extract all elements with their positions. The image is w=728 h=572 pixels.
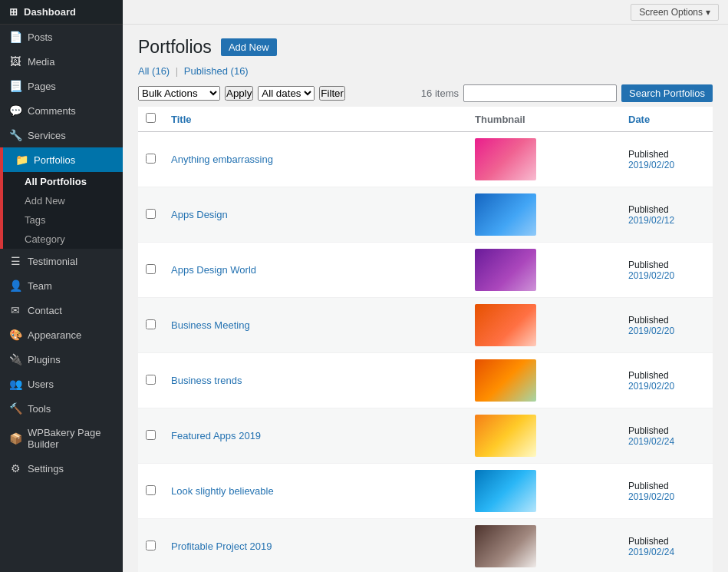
row-title-cell: Business trends xyxy=(163,353,467,408)
appearance-icon: 🎨 xyxy=(9,329,21,341)
comments-icon: 💬 xyxy=(9,104,21,117)
col-header-thumbnail: Thumbnail xyxy=(467,107,621,132)
post-status: Published xyxy=(628,260,705,270)
row-date-cell: Published 2019/02/24 xyxy=(621,408,713,464)
plugins-icon: 🔌 xyxy=(9,353,21,365)
sidebar-item-tools[interactable]: 🔨 Tools xyxy=(0,396,123,421)
post-status: Published xyxy=(628,536,705,547)
post-title-link[interactable]: Business Meeting xyxy=(171,319,250,331)
post-date[interactable]: 2019/02/24 xyxy=(628,547,674,557)
sidebar-subitem-add-new[interactable]: Add New xyxy=(3,191,123,210)
apply-button[interactable]: Apply xyxy=(225,86,253,101)
filter-all-link[interactable]: All (16) xyxy=(138,65,173,77)
sidebar-item-users[interactable]: 👥 Users xyxy=(0,372,123,396)
sidebar-subitem-tags[interactable]: Tags xyxy=(3,210,123,230)
post-date[interactable]: 2019/02/24 xyxy=(628,436,674,447)
row-thumbnail-cell xyxy=(467,519,621,573)
post-title-link[interactable]: Profitable Project 2019 xyxy=(171,541,272,552)
row-date-cell: Published 2019/02/20 xyxy=(621,353,713,408)
row-checkbox-cell xyxy=(138,519,163,573)
filter-published-link[interactable]: Published (16) xyxy=(184,65,249,77)
row-checkbox-cell xyxy=(138,408,163,464)
post-date[interactable]: 2019/02/20 xyxy=(628,326,674,336)
sidebar-item-portfolios[interactable]: 📁 Portfolios xyxy=(3,147,123,172)
sidebar-item-appearance[interactable]: 🎨 Appearance xyxy=(0,322,123,347)
row-title-cell: Featured Apps 2019 xyxy=(163,408,467,464)
row-title-cell: Anything embarrassing xyxy=(163,132,467,187)
row-checkbox[interactable] xyxy=(146,541,156,551)
row-title-cell: Look slightly believable xyxy=(163,464,467,519)
date-status: Published 2019/02/12 xyxy=(628,204,705,226)
post-title-link[interactable]: Featured Apps 2019 xyxy=(171,430,261,441)
sidebar-item-pages[interactable]: 📃 Pages xyxy=(0,74,123,98)
portfolios-icon: 📁 xyxy=(15,154,28,166)
screen-options-button[interactable]: Screen Options ▾ xyxy=(631,4,719,21)
dates-filter-select[interactable]: All dates xyxy=(258,86,315,101)
sidebar-item-comments[interactable]: 💬 Comments xyxy=(0,98,123,123)
row-checkbox[interactable] xyxy=(146,209,156,219)
search-input[interactable] xyxy=(463,84,617,102)
post-title-link[interactable]: Business trends xyxy=(171,375,242,386)
toolbar-row: Bulk Actions Edit Move to Trash Apply Al… xyxy=(138,84,713,102)
sidebar-item-settings[interactable]: ⚙ Settings xyxy=(0,456,123,481)
sidebar-item-media[interactable]: 🖼 Media xyxy=(0,49,123,74)
post-date[interactable]: 2019/02/12 xyxy=(628,215,674,226)
content-area: Portfolios Add New All (16) | Published … xyxy=(123,25,728,572)
date-sort-link[interactable]: Date xyxy=(628,114,650,125)
posts-icon: 📄 xyxy=(9,31,21,43)
post-title-link[interactable]: Anything embarrassing xyxy=(171,154,273,165)
row-checkbox[interactable] xyxy=(146,430,156,440)
post-date[interactable]: 2019/02/20 xyxy=(628,491,674,502)
row-checkbox-cell xyxy=(138,243,163,298)
sidebar-item-wpbakery[interactable]: 📦 WPBakery Page Builder xyxy=(0,421,123,456)
post-date[interactable]: 2019/02/20 xyxy=(628,381,674,392)
post-status: Published xyxy=(628,315,705,326)
sidebar-item-posts[interactable]: 📄 Posts xyxy=(0,25,123,49)
testimonial-icon: ☰ xyxy=(9,255,21,267)
post-title-link[interactable]: Apps Design xyxy=(171,209,228,220)
row-checkbox[interactable] xyxy=(146,375,156,385)
sidebar-dashboard[interactable]: ⊞ Dashboard xyxy=(0,0,123,25)
row-checkbox[interactable] xyxy=(146,485,156,495)
sidebar-item-plugins[interactable]: 🔌 Plugins xyxy=(0,347,123,372)
page-title: Portfolios xyxy=(138,37,212,58)
tools-icon: 🔨 xyxy=(9,402,21,415)
sidebar-subitem-all-portfolios[interactable]: All Portfolios xyxy=(3,172,123,191)
table-body: Anything embarrassing Published 2019/02/… xyxy=(138,132,713,573)
page-header: Portfolios Add New xyxy=(138,37,713,58)
title-sort-link[interactable]: Title xyxy=(171,114,192,125)
row-title-cell: Apps Design World xyxy=(163,243,467,298)
row-thumbnail-cell xyxy=(467,132,621,187)
dashboard-icon: ⊞ xyxy=(9,6,18,18)
sidebar-subitem-category[interactable]: Category xyxy=(3,230,123,249)
search-portfolios-button[interactable]: Search Portfolios xyxy=(621,84,713,102)
bulk-actions-select[interactable]: Bulk Actions Edit Move to Trash xyxy=(138,86,220,101)
row-thumbnail-cell xyxy=(467,243,621,298)
post-date[interactable]: 2019/02/20 xyxy=(628,270,674,281)
portfolios-section: 📁 Portfolios All Portfolios Add New Tags… xyxy=(0,147,123,249)
row-checkbox[interactable] xyxy=(146,154,156,164)
row-checkbox-cell xyxy=(138,353,163,408)
sidebar-item-team[interactable]: 👤 Team xyxy=(0,273,123,298)
settings-icon: ⚙ xyxy=(9,462,21,474)
row-checkbox[interactable] xyxy=(146,264,156,274)
post-title-link[interactable]: Apps Design World xyxy=(171,264,256,276)
services-icon: 🔧 xyxy=(9,129,21,141)
select-all-checkbox[interactable] xyxy=(146,113,156,123)
thumbnail-image xyxy=(475,525,536,567)
table-row: Business trends Published 2019/02/20 xyxy=(138,353,713,408)
sidebar-item-testimonial[interactable]: ☰ Testimonial xyxy=(0,249,123,273)
sidebar-item-services[interactable]: 🔧 Services xyxy=(0,123,123,147)
post-date[interactable]: 2019/02/20 xyxy=(628,160,674,170)
date-status: Published 2019/02/20 xyxy=(628,315,705,336)
post-status: Published xyxy=(628,204,705,215)
post-title-link[interactable]: Look slightly believable xyxy=(171,485,274,497)
row-checkbox-cell xyxy=(138,298,163,353)
sidebar-item-contact[interactable]: ✉ Contact xyxy=(0,298,123,322)
thumbnail-image xyxy=(475,359,536,402)
row-checkbox[interactable] xyxy=(146,319,156,329)
add-new-button[interactable]: Add New xyxy=(221,38,277,56)
date-status: Published 2019/02/24 xyxy=(628,536,705,557)
toolbar-left: Bulk Actions Edit Move to Trash Apply Al… xyxy=(138,86,345,101)
filter-button[interactable]: Filter xyxy=(319,86,345,101)
